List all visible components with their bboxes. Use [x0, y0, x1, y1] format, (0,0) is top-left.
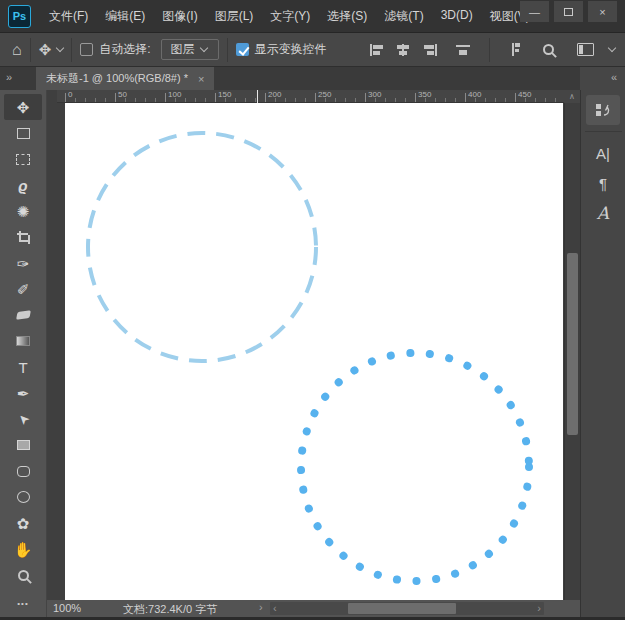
- pen-tool-icon: ✒: [17, 386, 30, 401]
- toolbar-collapse-icon[interactable]: »: [6, 71, 11, 83]
- align-right-edges-icon[interactable]: [421, 43, 438, 57]
- align-group: [369, 38, 625, 62]
- brush-tool[interactable]: ✐: [4, 276, 42, 302]
- align-distribute-options-icon[interactable]: [507, 42, 522, 57]
- separator: [489, 38, 490, 62]
- minimize-button[interactable]: —: [520, 1, 549, 22]
- move-tool-preset-icon[interactable]: ✥: [39, 41, 52, 59]
- lasso-tool[interactable]: ϱ: [4, 172, 42, 198]
- vertical-scrollbar-thumb[interactable]: [567, 253, 578, 435]
- artboard-tool[interactable]: [4, 120, 42, 146]
- document-info: 文档:732.4K/0 字节: [123, 602, 217, 617]
- menu-item[interactable]: 滤镜(T): [384, 8, 423, 25]
- rounded-rectangle-tool[interactable]: [4, 458, 42, 484]
- title-bar: Ps 文件(F)编辑(E)图像(I)图层(L)文字(Y)选择(S)滤镜(T)3D…: [0, 0, 625, 33]
- dotted-circle[interactable]: [301, 353, 529, 581]
- marquee-tool-icon: [16, 154, 30, 165]
- menu-item[interactable]: 选择(S): [327, 8, 367, 25]
- hand-tool[interactable]: ✋: [4, 536, 42, 562]
- eraser-tool[interactable]: [4, 302, 42, 328]
- zoom-level-field[interactable]: 100%: [53, 602, 81, 614]
- distribute-icon[interactable]: [455, 43, 472, 57]
- hand-tool-icon: ✋: [14, 542, 33, 557]
- character-panel-icon[interactable]: A|: [586, 138, 620, 168]
- chevron-down-icon: [199, 44, 207, 52]
- menu-item[interactable]: 3D(D): [441, 8, 473, 25]
- gradient-tool[interactable]: [4, 328, 42, 354]
- type-tool-icon: T: [18, 360, 27, 375]
- document-tab-title: 未标题-1 @ 100%(RGB/8#) *: [46, 71, 188, 86]
- options-bar: ⌂ ✥ 自动选择: 图层 显示变换控件: [0, 33, 625, 67]
- lasso-tool-icon: ϱ: [18, 178, 27, 193]
- chevron-down-icon[interactable]: [608, 44, 616, 52]
- separator: [227, 38, 228, 62]
- type-tool[interactable]: T: [4, 354, 42, 380]
- pen-tool[interactable]: ✒: [4, 380, 42, 406]
- custom-shape-tool-icon: ✿: [17, 516, 30, 531]
- canvas-artwork: [65, 103, 563, 600]
- panel-collapse-icon[interactable]: «: [611, 71, 616, 83]
- tab-bar: » 未标题-1 @ 100%(RGB/8#) * × «: [0, 67, 625, 90]
- canvas[interactable]: [65, 103, 563, 600]
- quick-selection-tool[interactable]: ✺: [4, 198, 42, 224]
- scroll-up-icon[interactable]: ∧: [564, 90, 580, 103]
- menu-item[interactable]: 编辑(E): [105, 8, 145, 25]
- crop-tool-icon: [17, 231, 30, 244]
- edit-toolbar-button-icon: •••: [17, 600, 28, 608]
- ruler-label: 50: [118, 90, 127, 99]
- align-horizontal-centers-icon[interactable]: [395, 43, 412, 57]
- vertical-scrollbar[interactable]: [564, 103, 580, 600]
- home-icon[interactable]: ⌂: [12, 41, 22, 59]
- character-styles-panel-icon[interactable]: A: [586, 198, 620, 228]
- ruler-label: 450: [518, 90, 531, 99]
- ellipse-tool-icon: [17, 491, 30, 503]
- document-tab[interactable]: 未标题-1 @ 100%(RGB/8#) * ×: [36, 67, 214, 90]
- close-tab-icon[interactable]: ×: [198, 73, 204, 85]
- show-transform-checkbox[interactable]: [236, 43, 249, 56]
- menu-item[interactable]: 图像(I): [162, 8, 197, 25]
- horizontal-scrollbar-thumb[interactable]: [348, 603, 456, 614]
- menu-item[interactable]: 文件(F): [49, 8, 88, 25]
- status-expand-icon[interactable]: ›: [259, 601, 263, 613]
- crop-tool[interactable]: [4, 224, 42, 250]
- eraser-tool-icon: [16, 310, 31, 320]
- marquee-tool[interactable]: [4, 146, 42, 172]
- rectangle-tool[interactable]: [4, 432, 42, 458]
- scroll-right-icon[interactable]: ›: [537, 602, 541, 615]
- edit-toolbar-button[interactable]: •••: [4, 591, 42, 617]
- horizontal-ruler: 050100150200250300350400450: [57, 90, 564, 103]
- move-tool-icon: ✥: [17, 100, 30, 115]
- rectangle-tool-icon: [17, 440, 30, 450]
- glyphs-panel-icon[interactable]: [586, 95, 620, 125]
- tool-bar: ✥ϱ✺✑✐T✒➤✿✋•••: [0, 90, 47, 617]
- paragraph-panel-icon[interactable]: ¶: [586, 168, 620, 198]
- scroll-left-icon[interactable]: ‹: [273, 602, 277, 615]
- path-selection-tool[interactable]: ➤: [4, 406, 42, 432]
- eyedropper-tool-icon: ✑: [17, 256, 30, 271]
- ruler-label: 150: [218, 90, 231, 99]
- path-selection-tool-icon: ➤: [15, 411, 32, 428]
- align-left-edges-icon[interactable]: [369, 43, 386, 57]
- search-icon[interactable]: [543, 44, 554, 55]
- horizontal-scrollbar[interactable]: ‹ ›: [270, 602, 544, 615]
- eyedropper-tool[interactable]: ✑: [4, 250, 42, 276]
- workspace-switcher-icon[interactable]: [577, 43, 594, 56]
- ruler-label: 0: [68, 90, 72, 99]
- layer-select-dropdown[interactable]: 图层: [161, 39, 219, 60]
- quick-selection-tool-icon: ✺: [17, 204, 30, 219]
- dashed-circle[interactable]: [88, 133, 316, 361]
- panel-header: «: [580, 67, 625, 90]
- close-button[interactable]: ×: [588, 1, 617, 22]
- zoom-tool[interactable]: [4, 562, 42, 588]
- ellipse-tool[interactable]: [4, 484, 42, 510]
- artboard-tool-icon: [17, 128, 30, 139]
- auto-select-checkbox[interactable]: [80, 43, 93, 56]
- custom-shape-tool[interactable]: ✿: [4, 510, 42, 536]
- menu-item[interactable]: 图层(L): [215, 8, 254, 25]
- chevron-down-icon[interactable]: [56, 44, 64, 52]
- menu-item[interactable]: 文字(Y): [270, 8, 310, 25]
- zoom-tool-icon: [18, 570, 29, 581]
- ruler-label: 350: [418, 90, 431, 99]
- maximize-button[interactable]: [554, 1, 583, 22]
- move-tool[interactable]: ✥: [4, 94, 42, 120]
